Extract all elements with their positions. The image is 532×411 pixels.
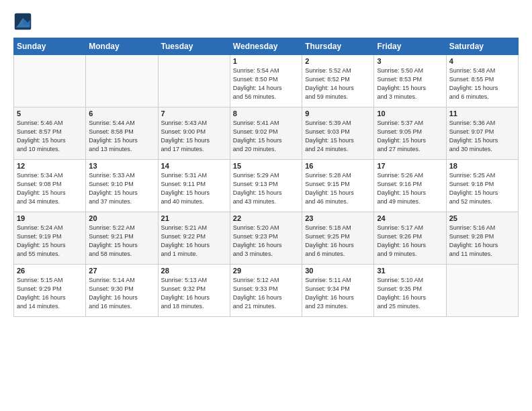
- day-number: 2: [305, 57, 371, 65]
- day-number: 28: [161, 267, 227, 275]
- day-cell: [86, 55, 158, 107]
- day-cell: 11Sunrise: 5:36 AM Sunset: 9:07 PM Dayli…: [446, 107, 518, 160]
- day-cell: 31Sunrise: 5:10 AM Sunset: 9:35 PM Dayli…: [374, 265, 446, 317]
- day-info: Sunrise: 5:39 AM Sunset: 9:03 PM Dayligh…: [305, 119, 371, 154]
- day-info: Sunrise: 5:18 AM Sunset: 9:25 PM Dayligh…: [305, 224, 371, 259]
- header-cell-wednesday: Wednesday: [230, 38, 302, 55]
- day-number: 24: [377, 214, 443, 222]
- day-info: Sunrise: 5:44 AM Sunset: 8:58 PM Dayligh…: [89, 119, 154, 154]
- calendar-body: 1Sunrise: 5:54 AM Sunset: 8:50 PM Daylig…: [14, 55, 519, 317]
- week-row-3: 12Sunrise: 5:34 AM Sunset: 9:08 PM Dayli…: [14, 160, 519, 212]
- day-info: Sunrise: 5:16 AM Sunset: 9:28 PM Dayligh…: [449, 224, 515, 259]
- header-cell-saturday: Saturday: [446, 38, 518, 55]
- day-cell: 12Sunrise: 5:34 AM Sunset: 9:08 PM Dayli…: [14, 160, 86, 212]
- day-number: 29: [233, 267, 299, 275]
- day-number: 1: [233, 57, 299, 65]
- day-cell: 18Sunrise: 5:25 AM Sunset: 9:18 PM Dayli…: [446, 160, 518, 212]
- day-info: Sunrise: 5:50 AM Sunset: 8:53 PM Dayligh…: [377, 66, 443, 101]
- day-number: 11: [449, 109, 515, 118]
- day-cell: 14Sunrise: 5:31 AM Sunset: 9:11 PM Dayli…: [158, 160, 230, 212]
- day-cell: 25Sunrise: 5:16 AM Sunset: 9:28 PM Dayli…: [446, 212, 518, 265]
- day-number: 7: [161, 109, 227, 118]
- day-cell: 26Sunrise: 5:15 AM Sunset: 9:29 PM Dayli…: [14, 265, 86, 317]
- day-info: Sunrise: 5:28 AM Sunset: 9:15 PM Dayligh…: [305, 171, 371, 206]
- day-info: Sunrise: 5:41 AM Sunset: 9:02 PM Dayligh…: [233, 119, 299, 154]
- day-number: 25: [449, 214, 515, 222]
- day-cell: 5Sunrise: 5:46 AM Sunset: 8:57 PM Daylig…: [14, 107, 86, 160]
- day-info: Sunrise: 5:17 AM Sunset: 9:26 PM Dayligh…: [377, 224, 443, 259]
- day-number: 4: [449, 57, 515, 65]
- day-number: 18: [449, 162, 515, 170]
- day-number: 20: [89, 214, 154, 222]
- day-number: 10: [377, 109, 443, 118]
- day-cell: 27Sunrise: 5:14 AM Sunset: 9:30 PM Dayli…: [86, 265, 158, 317]
- day-number: 22: [233, 214, 299, 222]
- day-info: Sunrise: 5:21 AM Sunset: 9:22 PM Dayligh…: [161, 224, 227, 259]
- day-info: Sunrise: 5:20 AM Sunset: 9:23 PM Dayligh…: [233, 224, 299, 259]
- day-cell: [14, 55, 86, 107]
- day-number: 21: [161, 214, 227, 222]
- day-cell: 8Sunrise: 5:41 AM Sunset: 9:02 PM Daylig…: [230, 107, 302, 160]
- calendar-header: SundayMondayTuesdayWednesdayThursdayFrid…: [14, 38, 519, 55]
- day-cell: 4Sunrise: 5:48 AM Sunset: 8:55 PM Daylig…: [446, 55, 518, 107]
- day-cell: 3Sunrise: 5:50 AM Sunset: 8:53 PM Daylig…: [374, 55, 446, 107]
- header-cell-friday: Friday: [374, 38, 446, 55]
- day-number: 12: [17, 162, 83, 170]
- header-cell-sunday: Sunday: [14, 38, 86, 55]
- day-cell: 20Sunrise: 5:22 AM Sunset: 9:21 PM Dayli…: [86, 212, 158, 265]
- day-number: 6: [89, 109, 154, 118]
- day-number: 3: [377, 57, 443, 65]
- day-cell: 24Sunrise: 5:17 AM Sunset: 9:26 PM Dayli…: [374, 212, 446, 265]
- day-info: Sunrise: 5:29 AM Sunset: 9:13 PM Dayligh…: [233, 171, 299, 206]
- day-cell: 23Sunrise: 5:18 AM Sunset: 9:25 PM Dayli…: [302, 212, 374, 265]
- day-cell: 15Sunrise: 5:29 AM Sunset: 9:13 PM Dayli…: [230, 160, 302, 212]
- day-info: Sunrise: 5:13 AM Sunset: 9:32 PM Dayligh…: [161, 276, 227, 311]
- day-cell: 19Sunrise: 5:24 AM Sunset: 9:19 PM Dayli…: [14, 212, 86, 265]
- day-cell: 6Sunrise: 5:44 AM Sunset: 8:58 PM Daylig…: [86, 107, 158, 160]
- day-number: 16: [305, 162, 371, 170]
- day-cell: 22Sunrise: 5:20 AM Sunset: 9:23 PM Dayli…: [230, 212, 302, 265]
- page: SundayMondayTuesdayWednesdayThursdayFrid…: [0, 0, 532, 324]
- header-cell-monday: Monday: [86, 38, 158, 55]
- day-number: 27: [89, 267, 154, 275]
- day-info: Sunrise: 5:54 AM Sunset: 8:50 PM Dayligh…: [233, 66, 299, 101]
- day-number: 8: [233, 109, 299, 118]
- day-number: 30: [305, 267, 371, 275]
- day-number: 26: [17, 267, 83, 275]
- day-cell: 29Sunrise: 5:12 AM Sunset: 9:33 PM Dayli…: [230, 265, 302, 317]
- day-info: Sunrise: 5:12 AM Sunset: 9:33 PM Dayligh…: [233, 276, 299, 311]
- day-info: Sunrise: 5:34 AM Sunset: 9:08 PM Dayligh…: [17, 171, 83, 206]
- week-row-2: 5Sunrise: 5:46 AM Sunset: 8:57 PM Daylig…: [14, 107, 519, 160]
- day-number: 9: [305, 109, 371, 118]
- calendar-table: SundayMondayTuesdayWednesdayThursdayFrid…: [13, 38, 519, 317]
- day-number: 19: [17, 214, 83, 222]
- day-cell: 30Sunrise: 5:11 AM Sunset: 9:34 PM Dayli…: [302, 265, 374, 317]
- day-number: 23: [305, 214, 371, 222]
- day-info: Sunrise: 5:31 AM Sunset: 9:11 PM Dayligh…: [161, 171, 227, 206]
- day-number: 17: [377, 162, 443, 170]
- day-cell: [158, 55, 230, 107]
- day-cell: 9Sunrise: 5:39 AM Sunset: 9:03 PM Daylig…: [302, 107, 374, 160]
- day-info: Sunrise: 5:37 AM Sunset: 9:05 PM Dayligh…: [377, 119, 443, 154]
- logo: [13, 12, 35, 31]
- day-number: 15: [233, 162, 299, 170]
- day-number: 13: [89, 162, 154, 170]
- day-cell: 17Sunrise: 5:26 AM Sunset: 9:16 PM Dayli…: [374, 160, 446, 212]
- week-row-1: 1Sunrise: 5:54 AM Sunset: 8:50 PM Daylig…: [14, 55, 519, 107]
- header-cell-thursday: Thursday: [302, 38, 374, 55]
- day-info: Sunrise: 5:25 AM Sunset: 9:18 PM Dayligh…: [449, 171, 515, 206]
- week-row-5: 26Sunrise: 5:15 AM Sunset: 9:29 PM Dayli…: [14, 265, 519, 317]
- day-info: Sunrise: 5:10 AM Sunset: 9:35 PM Dayligh…: [377, 276, 443, 311]
- day-number: 14: [161, 162, 227, 170]
- day-info: Sunrise: 5:15 AM Sunset: 9:29 PM Dayligh…: [17, 276, 83, 311]
- day-info: Sunrise: 5:48 AM Sunset: 8:55 PM Dayligh…: [449, 66, 515, 101]
- day-info: Sunrise: 5:33 AM Sunset: 9:10 PM Dayligh…: [89, 171, 154, 206]
- day-info: Sunrise: 5:11 AM Sunset: 9:34 PM Dayligh…: [305, 276, 371, 311]
- day-cell: 2Sunrise: 5:52 AM Sunset: 8:52 PM Daylig…: [302, 55, 374, 107]
- day-cell: [446, 265, 518, 317]
- day-info: Sunrise: 5:43 AM Sunset: 9:00 PM Dayligh…: [161, 119, 227, 154]
- day-cell: 1Sunrise: 5:54 AM Sunset: 8:50 PM Daylig…: [230, 55, 302, 107]
- day-cell: 21Sunrise: 5:21 AM Sunset: 9:22 PM Dayli…: [158, 212, 230, 265]
- day-info: Sunrise: 5:26 AM Sunset: 9:16 PM Dayligh…: [377, 171, 443, 206]
- day-cell: 28Sunrise: 5:13 AM Sunset: 9:32 PM Dayli…: [158, 265, 230, 317]
